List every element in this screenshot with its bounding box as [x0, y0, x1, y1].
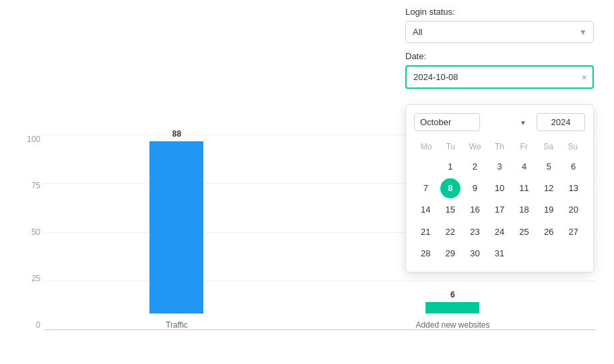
- date-label: Date:: [405, 51, 601, 61]
- day-empty-end3: [561, 244, 585, 264]
- calendar-grid: Mo Tu We Th Fr Sa Su 1 2 3 4 5 6 7 8: [414, 139, 585, 264]
- y-label-50: 50: [20, 227, 40, 237]
- login-status-group: Login status: All Logged in Not logged i…: [405, 7, 601, 43]
- bar-traffic: [149, 141, 203, 314]
- y-label-25: 25: [20, 274, 40, 283]
- login-status-select[interactable]: All Logged in Not logged in: [405, 21, 594, 43]
- day-4[interactable]: 4: [512, 157, 536, 177]
- day-29[interactable]: 29: [439, 244, 463, 264]
- y-label-75: 75: [20, 181, 40, 190]
- date-input[interactable]: [405, 65, 594, 89]
- bar-value-traffic: 88: [172, 129, 181, 139]
- day-22[interactable]: 22: [439, 222, 463, 242]
- bar-group-websites: 6 Added new websites: [415, 290, 489, 330]
- controls-panel: Login status: All Logged in Not logged i…: [405, 7, 601, 97]
- dow-su: Su: [561, 139, 585, 154]
- day-1[interactable]: 1: [439, 157, 463, 177]
- days-of-week-row: Mo Tu We Th Fr Sa Su: [414, 139, 585, 154]
- day-28[interactable]: 28: [414, 244, 438, 264]
- day-13[interactable]: 13: [561, 178, 585, 198]
- x-axis: [44, 330, 596, 330]
- day-25[interactable]: 25: [512, 222, 536, 242]
- day-11[interactable]: 11: [512, 178, 536, 198]
- day-20[interactable]: 20: [561, 200, 585, 220]
- year-input[interactable]: [537, 113, 585, 131]
- bar-label-websites: Added new websites: [415, 320, 489, 330]
- login-status-select-wrapper: All Logged in Not logged in ▼: [405, 21, 594, 43]
- day-5[interactable]: 5: [537, 157, 561, 177]
- bar-websites: [425, 302, 479, 314]
- day-2[interactable]: 2: [463, 157, 487, 177]
- dow-we: We: [463, 139, 487, 154]
- day-26[interactable]: 26: [537, 222, 561, 242]
- day-6[interactable]: 6: [561, 157, 585, 177]
- date-clear-button[interactable]: ×: [582, 72, 587, 83]
- login-status-label: Login status:: [405, 7, 601, 17]
- dow-th: Th: [487, 139, 512, 154]
- y-label-100: 100: [20, 135, 40, 144]
- day-3[interactable]: 3: [488, 157, 512, 177]
- calendar-dropdown: January February March April May June Ju…: [405, 104, 594, 272]
- day-21[interactable]: 21: [414, 222, 438, 242]
- day-7[interactable]: 7: [414, 178, 438, 198]
- bar-group-traffic: 88 Traffic: [149, 129, 203, 330]
- month-select-wrapper: January February March April May June Ju…: [414, 113, 531, 131]
- day-10[interactable]: 10: [488, 178, 512, 198]
- day-15[interactable]: 15: [439, 200, 463, 220]
- day-14[interactable]: 14: [414, 200, 438, 220]
- month-chevron-icon: ▼: [520, 118, 526, 126]
- day-17[interactable]: 17: [488, 200, 512, 220]
- days-grid: 1 2 3 4 5 6 7 8 9 10 11 12 13 14 15 16 1…: [414, 157, 585, 264]
- dow-tu: Tu: [438, 139, 463, 154]
- day-31[interactable]: 31: [488, 244, 512, 264]
- calendar-header: January February March April May June Ju…: [414, 113, 585, 131]
- day-23[interactable]: 23: [463, 222, 487, 242]
- day-30[interactable]: 30: [463, 244, 487, 264]
- day-18[interactable]: 18: [512, 200, 536, 220]
- day-9[interactable]: 9: [463, 178, 487, 198]
- day-19[interactable]: 19: [537, 200, 561, 220]
- date-input-wrapper: ×: [405, 65, 594, 89]
- day-12[interactable]: 12: [537, 178, 561, 198]
- bar-label-traffic: Traffic: [166, 320, 188, 330]
- dow-sa: Sa: [536, 139, 560, 154]
- day-24[interactable]: 24: [488, 222, 512, 242]
- day-27[interactable]: 27: [561, 222, 585, 242]
- bar-value-websites: 6: [450, 290, 455, 299]
- day-empty-end1: [512, 244, 536, 264]
- dow-mo: Mo: [414, 139, 438, 154]
- y-label-0: 0: [20, 320, 40, 330]
- y-axis: 100 75 50 25 0: [20, 135, 40, 330]
- day-empty-end2: [537, 244, 561, 264]
- day-16[interactable]: 16: [463, 200, 487, 220]
- month-select[interactable]: January February March April May June Ju…: [414, 113, 480, 131]
- date-group: Date: ×: [405, 51, 601, 89]
- day-empty: [414, 157, 438, 177]
- dow-fr: Fr: [512, 139, 536, 154]
- day-8-selected[interactable]: 8: [440, 178, 460, 198]
